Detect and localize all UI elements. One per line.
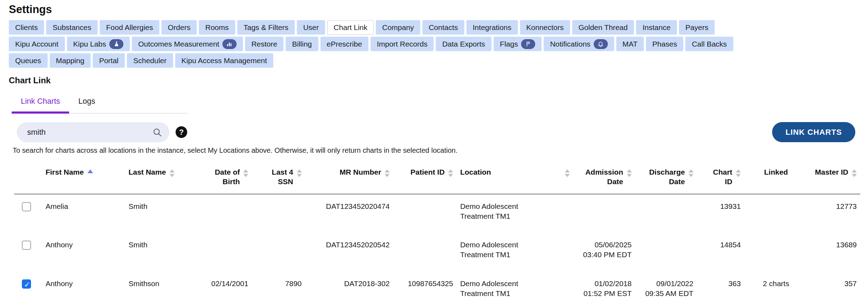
cell-patient-id: 10987654325 bbox=[393, 272, 457, 308]
column-label: Discharge Date bbox=[649, 167, 685, 187]
nav-tab-import-records[interactable]: Import Records bbox=[371, 37, 434, 51]
cell-location: Demo Adolescent Treatment TM1 bbox=[457, 233, 573, 272]
nav-tab-portal[interactable]: Portal bbox=[93, 53, 125, 68]
column-header-master-id[interactable]: Master ID bbox=[808, 163, 860, 194]
row-checkbox[interactable] bbox=[22, 241, 31, 250]
sort-icon[interactable] bbox=[689, 169, 693, 177]
column-label: Date of Birth bbox=[215, 167, 240, 187]
cell-first-name: Anthony bbox=[42, 233, 125, 272]
nav-tab-user[interactable]: User bbox=[297, 20, 325, 35]
nav-tab-eprescribe[interactable]: ePrescribe bbox=[320, 37, 368, 51]
column-header-date-of-birth[interactable]: Date of Birth bbox=[201, 163, 252, 194]
sort-up-arrow bbox=[736, 169, 741, 173]
column-header-chart-id[interactable]: Chart ID bbox=[697, 163, 744, 194]
nav-tab-contacts[interactable]: Contacts bbox=[422, 20, 464, 35]
nav-tab-label: Data Exports bbox=[442, 40, 485, 48]
sort-icon[interactable] bbox=[736, 169, 741, 177]
nav-tab-notifications[interactable]: Notifications bbox=[544, 37, 614, 51]
nav-tab-row: Kipu AccountKipu LabsOutcomes Measuremen… bbox=[9, 37, 868, 51]
nav-tab-label: Contacts bbox=[429, 23, 458, 32]
nav-tab-orders[interactable]: Orders bbox=[161, 20, 197, 35]
sort-down-arrow bbox=[565, 174, 570, 177]
sort-up-arrow bbox=[565, 169, 570, 173]
column-header-discharge-date[interactable]: Discharge Date bbox=[635, 163, 697, 194]
row-checkbox[interactable] bbox=[22, 202, 31, 211]
page-title: Settings bbox=[0, 0, 868, 20]
cell-last-4-ssn: 7890 bbox=[252, 272, 305, 308]
link-charts-button[interactable]: LINK CHARTS bbox=[772, 122, 855, 142]
column-header-location[interactable]: Location bbox=[457, 163, 573, 194]
nav-tab-payers[interactable]: Payers bbox=[679, 20, 715, 35]
nav-tab-label: Mapping bbox=[56, 56, 85, 65]
nav-tab-label: MAT bbox=[623, 40, 638, 48]
nav-tab-chart-link[interactable]: Chart Link bbox=[327, 20, 374, 35]
nav-tab-substances[interactable]: Substances bbox=[46, 20, 98, 35]
column-header-mr-number[interactable]: MR Number bbox=[305, 163, 393, 194]
column-header-first-name[interactable]: First Name bbox=[42, 163, 125, 194]
sort-down-arrow bbox=[448, 174, 453, 177]
nav-tab-kipu-access-management[interactable]: Kipu Access Management bbox=[175, 53, 274, 68]
column-header-patient-id[interactable]: Patient ID bbox=[393, 163, 457, 194]
sort-ascending-icon[interactable] bbox=[87, 169, 93, 173]
sort-icon[interactable] bbox=[297, 169, 302, 177]
sort-icon[interactable] bbox=[243, 169, 248, 177]
sort-up-arrow bbox=[448, 169, 453, 173]
sort-down-arrow bbox=[736, 174, 741, 177]
nav-tab-label: Food Allergies bbox=[106, 23, 153, 32]
help-icon[interactable]: ? bbox=[176, 126, 187, 138]
sort-icon[interactable] bbox=[627, 169, 632, 177]
cell-mr-number: DAT2018-302 bbox=[305, 272, 393, 308]
nav-tab-billing[interactable]: Billing bbox=[286, 37, 318, 51]
row-checkbox-checked[interactable] bbox=[22, 279, 31, 289]
search-input[interactable] bbox=[17, 122, 169, 142]
cell-last-name: Smith bbox=[125, 194, 201, 233]
nav-tab-golden-thread[interactable]: Golden Thread bbox=[572, 20, 634, 35]
nav-tab-mapping[interactable]: Mapping bbox=[50, 53, 91, 68]
cell-discharge-date bbox=[635, 194, 697, 233]
sort-icon[interactable] bbox=[852, 169, 857, 177]
subtab-logs[interactable]: Logs bbox=[69, 90, 104, 113]
column-header-last-4-ssn[interactable]: Last 4 SSN bbox=[252, 163, 305, 194]
nav-tab-label: ePrescribe bbox=[327, 40, 362, 48]
nav-tab-tags-filters[interactable]: Tags & Filters bbox=[237, 20, 295, 35]
subtab-link-charts[interactable]: Link Charts bbox=[12, 90, 69, 113]
nav-tab-company[interactable]: Company bbox=[376, 20, 420, 35]
sort-down-arrow bbox=[385, 174, 390, 177]
nav-tab-konnectors[interactable]: Konnectors bbox=[520, 20, 570, 35]
column-header-last-name[interactable]: Last Name bbox=[125, 163, 201, 194]
nav-tab-flags[interactable]: Flags bbox=[494, 37, 542, 51]
flag-icon bbox=[521, 39, 535, 49]
sort-icon[interactable] bbox=[565, 169, 570, 177]
nav-tab-label: Import Records bbox=[377, 40, 428, 48]
nav-tab-data-exports[interactable]: Data Exports bbox=[436, 37, 491, 51]
nav-tab-label: Kipu Labs bbox=[73, 40, 106, 48]
cell-master-id: 12773 bbox=[808, 194, 860, 233]
cell-admission-date: 05/06/2025 03:40 PM EDT bbox=[573, 233, 635, 272]
charts-table-body: AmeliaSmithDAT123452020474Demo Adolescen… bbox=[14, 194, 860, 308]
nav-tab-call-backs[interactable]: Call Backs bbox=[685, 37, 733, 51]
search-wrap bbox=[17, 122, 169, 142]
sort-icon[interactable] bbox=[448, 169, 453, 177]
nav-tab-kipu-account[interactable]: Kipu Account bbox=[9, 37, 65, 51]
nav-tab-kipu-labs[interactable]: Kipu Labs bbox=[67, 37, 130, 51]
nav-tab-phases[interactable]: Phases bbox=[646, 37, 683, 51]
column-label: Master ID bbox=[815, 167, 848, 177]
column-header-admission-date[interactable]: Admission Date bbox=[573, 163, 635, 194]
nav-tab-outcomes-measurement[interactable]: Outcomes Measurement bbox=[132, 37, 243, 51]
nav-tab-scheduler[interactable]: Scheduler bbox=[127, 53, 173, 68]
nav-tab-queues[interactable]: Queues bbox=[9, 53, 48, 68]
sort-down-arrow bbox=[170, 174, 175, 177]
nav-tab-clients[interactable]: Clients bbox=[9, 20, 44, 35]
sort-icon[interactable] bbox=[170, 169, 175, 177]
nav-tab-integrations[interactable]: Integrations bbox=[466, 20, 518, 35]
nav-tab-restore[interactable]: Restore bbox=[245, 37, 284, 51]
section-title: Chart Link bbox=[0, 70, 868, 90]
nav-tab-label: Instance bbox=[642, 23, 670, 32]
nav-tab-food-allergies[interactable]: Food Allergies bbox=[100, 20, 159, 35]
sort-icon[interactable] bbox=[385, 169, 390, 177]
column-label: MR Number bbox=[340, 167, 381, 177]
nav-tab-instance[interactable]: Instance bbox=[636, 20, 677, 35]
column-header-linked[interactable]: Linked bbox=[744, 163, 808, 194]
nav-tab-rooms[interactable]: Rooms bbox=[199, 20, 235, 35]
nav-tab-mat[interactable]: MAT bbox=[616, 37, 644, 51]
